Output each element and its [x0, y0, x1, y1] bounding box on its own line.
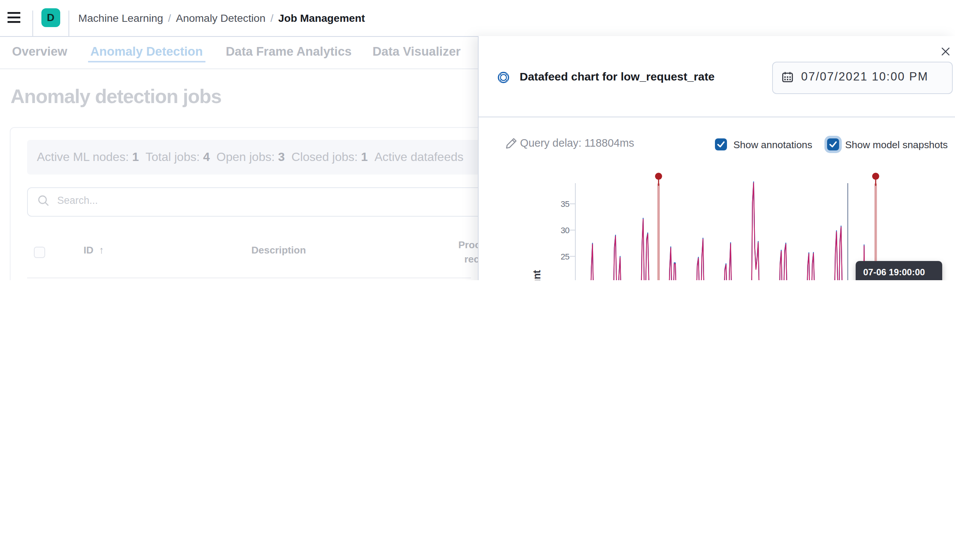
svg-text:35: 35 [560, 199, 569, 209]
svg-text:30: 30 [560, 226, 569, 235]
svg-text:20: 20 [560, 278, 569, 280]
svg-text:Count: Count [531, 270, 542, 280]
svg-text:25: 25 [560, 252, 569, 261]
